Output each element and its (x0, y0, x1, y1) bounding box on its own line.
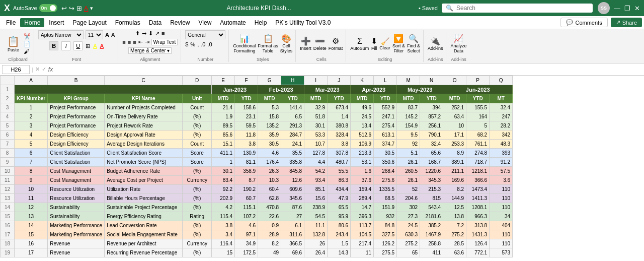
jun-ytd-cell[interactable]: 5 (466, 121, 490, 130)
jun-mt-cell[interactable]: 91.2 (490, 158, 513, 167)
kpi-group-cell[interactable]: Client Satisfaction (48, 149, 105, 158)
may-mtd-cell[interactable]: 204.6 (397, 194, 420, 203)
kpi-number-cell[interactable]: 1 (15, 103, 48, 112)
menu-review[interactable]: Review (166, 18, 194, 27)
may-ytd-cell[interactable]: 2181.6 (420, 212, 443, 221)
more-align-icon[interactable]: ≡ (162, 30, 165, 37)
jun-mt-cell[interactable]: 110 (490, 185, 513, 194)
jun-ytd-cell[interactable]: 1411.3 (466, 194, 490, 203)
jan-mtd-cell[interactable]: 15.1 (212, 140, 235, 149)
feb-mtd-cell[interactable]: 62.8 (258, 194, 281, 203)
jan-ytd-cell[interactable]: 34.9 (235, 239, 258, 248)
apr-ytd-cell[interactable]: 126.2 (374, 239, 397, 248)
jun-mt-cell[interactable]: 110 (490, 203, 513, 212)
jan-mtd-cell[interactable]: 202.9 (212, 194, 235, 203)
mar-ytd-cell[interactable]: 95.9 (328, 212, 351, 221)
jun-mt-cell[interactable]: 32.4 (490, 103, 513, 112)
jun-mtd-cell[interactable]: 8.9 (443, 149, 466, 158)
mar-mtd-cell[interactable]: 26.4 (304, 248, 328, 257)
feb-mtd-cell[interactable]: 8.2 (258, 239, 281, 248)
spreadsheet[interactable]: A B C D E F G H I J K L M N O P Q 1 (0, 76, 644, 261)
number-format-select[interactable]: General (185, 30, 225, 39)
cut-button[interactable]: ✂️ (24, 33, 31, 40)
align-right-icon[interactable]: ≡ (133, 39, 136, 45)
jun-mtd-cell[interactable]: 10 (443, 121, 466, 130)
apr-mtd-cell[interactable]: 53.1 (351, 158, 374, 167)
kpi-name-cell[interactable]: Project Rework Rate (105, 121, 183, 130)
jun-ytd-cell[interactable]: 1431.3 (466, 230, 490, 239)
kpi-number-cell[interactable]: 14 (15, 221, 48, 230)
jun-ytd-cell[interactable]: 761.1 (466, 140, 490, 149)
restore-button[interactable]: ❐ (624, 5, 630, 12)
jun-ytd-cell[interactable]: 164 (466, 112, 490, 121)
mar-mtd-cell[interactable]: 127.8 (304, 149, 328, 158)
kpi-name-cell[interactable]: Average Cost per Project (105, 176, 183, 185)
jan-mtd-cell[interactable]: 15 (212, 248, 235, 257)
kpi-number-cell[interactable]: 6 (15, 149, 48, 158)
table-row[interactable]: 11 9 Cost Management Average Cost per Pr… (1, 176, 513, 185)
jun-mt-cell[interactable]: 573 (490, 248, 513, 257)
may-ytd-cell[interactable]: 1220.6 (420, 167, 443, 176)
mar-ytd-cell[interactable]: 80.6 (328, 221, 351, 230)
jan-ytd-cell[interactable]: 4.6 (235, 221, 258, 230)
copy-button[interactable]: 📄 (24, 41, 31, 47)
kpi-group-cell[interactable]: Client Satisfaction (48, 158, 105, 167)
jun-mtd-cell[interactable]: 12.5 (443, 203, 466, 212)
feb-mtd-cell[interactable]: 176.4 (258, 158, 281, 167)
apr-mtd-cell[interactable]: 396.3 (351, 212, 374, 221)
kpi-group-cell[interactable]: Design Efficiency (48, 130, 105, 140)
jun-mtd-cell[interactable]: 7.2 (443, 221, 466, 230)
apr-ytd-cell[interactable]: 350.6 (374, 158, 397, 167)
kpi-number-cell[interactable]: 16 (15, 239, 48, 248)
unit-cell[interactable]: (%) (183, 121, 212, 130)
col-p-header[interactable]: P (466, 76, 490, 85)
jan-ytd-cell[interactable]: 172.5 (235, 248, 258, 257)
jan-mtd-cell[interactable]: 3.4 (212, 230, 235, 239)
jan-mtd-cell[interactable]: 21.4 (212, 103, 235, 112)
feb-mtd-cell[interactable]: 15.8 (258, 112, 281, 121)
kpi-number-cell[interactable]: 2 (15, 112, 48, 121)
jan-mtd-cell[interactable]: 411.1 (212, 149, 235, 158)
minimize-button[interactable]: — (614, 5, 620, 12)
unit-cell[interactable]: (%) (183, 167, 212, 176)
merge-center-button[interactable]: Merge & Center ▾ (128, 47, 172, 54)
table-row[interactable]: 19 17 Revenue Recurring Revenue Percenta… (1, 248, 513, 257)
may-mtd-cell[interactable]: 302 (397, 203, 420, 212)
menu-file[interactable]: File (2, 18, 20, 27)
mar-ytd-cell[interactable]: 380.8 (328, 121, 351, 130)
jun-mtd-cell[interactable]: 17.1 (443, 130, 466, 140)
kpi-group-cell[interactable]: Project Performance (48, 103, 105, 112)
feb-ytd-cell[interactable]: 6.1 (281, 221, 304, 230)
feb-ytd-cell[interactable]: 311.6 (281, 230, 304, 239)
jun-mtd-cell[interactable]: 389.1 (443, 158, 466, 167)
feb-mtd-cell[interactable]: 135.2 (258, 121, 281, 130)
may-mtd-cell[interactable]: 630.3 (397, 230, 420, 239)
align-center-icon[interactable]: ≡ (128, 39, 131, 45)
table-row[interactable]: 10 8 Cost Management Budget Adherence Ra… (1, 167, 513, 176)
feb-mtd-cell[interactable]: 49 (258, 248, 281, 257)
cell-reference-input[interactable]: H26 (2, 65, 30, 74)
search-box[interactable]: 🔍 (442, 4, 593, 13)
jun-mt-cell[interactable]: 393 (490, 149, 513, 158)
jun-mt-cell[interactable]: 110 (490, 194, 513, 203)
col-l-header[interactable]: L (374, 76, 397, 85)
apr-ytd-cell[interactable]: 275.5 (374, 248, 397, 257)
mar-ytd-cell[interactable]: 14.3 (328, 248, 351, 257)
search-input[interactable] (456, 5, 577, 12)
feb-ytd-cell[interactable]: 27 (281, 212, 304, 221)
apr-ytd-cell[interactable]: 268.4 (374, 167, 397, 176)
apr-ytd-cell[interactable]: 552.9 (374, 103, 397, 112)
kpi-number-cell[interactable]: 8 (15, 167, 48, 176)
kpi-group-cell[interactable]: Cost Management (48, 176, 105, 185)
apr-mtd-cell[interactable]: 14.7 (351, 203, 374, 212)
format-as-table-button[interactable]: 📋Format asTable (258, 34, 278, 53)
kpi-group-cell[interactable]: Design Efficiency (48, 140, 105, 149)
color-underline-icon[interactable]: A (84, 5, 89, 12)
may-ytd-cell[interactable]: 258.8 (420, 239, 443, 248)
jan-mtd-cell[interactable]: 116.4 (212, 239, 235, 248)
col-m-header[interactable]: M (397, 76, 420, 85)
table-row[interactable]: 8 6 Client Satisfaction Client Satisfact… (1, 149, 513, 158)
col-i-header[interactable]: I (304, 76, 328, 85)
kpi-name-cell[interactable]: On-Time Delivery Rate (105, 112, 183, 121)
feb-mtd-cell[interactable]: 10.3 (258, 176, 281, 185)
